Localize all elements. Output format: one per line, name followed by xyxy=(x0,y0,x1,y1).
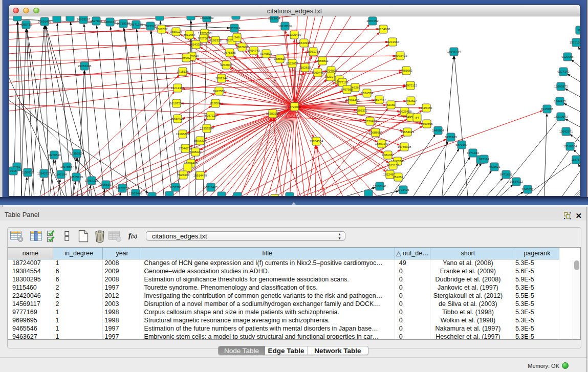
svg-text:16782759: 16782759 xyxy=(116,187,129,190)
svg-text:8912954: 8912954 xyxy=(183,33,195,36)
svg-text:10688609: 10688609 xyxy=(369,131,383,134)
svg-text:7357224: 7357224 xyxy=(228,27,241,30)
svg-text:10653267: 10653267 xyxy=(77,18,91,21)
svg-text:16210643: 16210643 xyxy=(554,115,568,118)
svg-text:111: 111 xyxy=(577,29,580,32)
svg-text:12975115: 12975115 xyxy=(404,84,418,87)
svg-text:8938923: 8938923 xyxy=(445,136,457,139)
svg-text:18300295: 18300295 xyxy=(266,112,280,115)
svg-text:7932621: 7932621 xyxy=(488,165,500,168)
svg-text:4055712: 4055712 xyxy=(20,23,32,26)
svg-text:20364436: 20364436 xyxy=(346,99,360,102)
svg-text:15720407: 15720407 xyxy=(363,120,377,123)
svg-text:9084067: 9084067 xyxy=(382,154,394,157)
svg-text:20206526: 20206526 xyxy=(48,154,61,157)
svg-text:8322037: 8322037 xyxy=(286,62,298,65)
svg-text:9115460: 9115460 xyxy=(421,106,433,110)
svg-text:29053346: 29053346 xyxy=(78,64,92,68)
svg-text:17046766: 17046766 xyxy=(179,147,192,150)
svg-text:9827503: 9827503 xyxy=(198,37,210,40)
svg-text:7386372: 7386372 xyxy=(355,109,367,112)
svg-text:17016504: 17016504 xyxy=(563,145,577,148)
svg-text:2087652: 2087652 xyxy=(366,19,379,23)
svg-text:12942757: 12942757 xyxy=(37,172,51,175)
svg-text:9245052: 9245052 xyxy=(521,188,534,191)
svg-text:16543382: 16543382 xyxy=(189,43,203,46)
svg-text:1733426: 1733426 xyxy=(397,188,409,191)
svg-text:10654112: 10654112 xyxy=(510,180,524,183)
svg-text:7625402: 7625402 xyxy=(177,173,189,177)
svg-text:15716485: 15716485 xyxy=(204,186,218,189)
svg-text:9675685: 9675685 xyxy=(224,51,236,54)
svg-text:16154808: 16154808 xyxy=(377,28,390,31)
svg-text:16914479: 16914479 xyxy=(193,174,207,177)
svg-text:6879197: 6879197 xyxy=(455,143,468,146)
svg-text:15136141: 15136141 xyxy=(373,185,387,188)
svg-text:10807467: 10807467 xyxy=(373,98,386,101)
svg-text:10973493: 10973493 xyxy=(394,54,407,57)
svg-text:2867608: 2867608 xyxy=(236,46,248,49)
svg-text:13325419: 13325419 xyxy=(288,33,301,36)
svg-text:12213967: 12213967 xyxy=(386,40,400,43)
svg-text:10719155: 10719155 xyxy=(117,22,130,25)
svg-text:1527602: 1527602 xyxy=(90,19,102,23)
svg-text:9146821: 9146821 xyxy=(260,52,272,55)
svg-text:19756928: 19756928 xyxy=(398,145,411,148)
svg-text:84: 84 xyxy=(416,116,419,119)
svg-text:18807249: 18807249 xyxy=(375,142,389,145)
svg-text:8427552: 8427552 xyxy=(213,90,225,93)
svg-text:8454749: 8454749 xyxy=(248,49,260,52)
svg-text:3915: 3915 xyxy=(10,169,17,172)
svg-text:18724007: 18724007 xyxy=(288,105,301,108)
svg-text:9474444: 9474444 xyxy=(467,151,479,155)
svg-text:5498222: 5498222 xyxy=(189,150,202,154)
svg-text:1156819: 1156819 xyxy=(22,171,34,174)
svg-text:1615152: 1615152 xyxy=(387,164,399,167)
svg-text:6966160: 6966160 xyxy=(104,20,116,24)
svg-text:16648784: 16648784 xyxy=(447,50,461,53)
svg-text:19654925: 19654925 xyxy=(171,117,185,120)
svg-text:17359924: 17359924 xyxy=(70,152,84,155)
svg-text:16671355: 16671355 xyxy=(129,23,143,26)
svg-text:16107554: 16107554 xyxy=(170,102,184,105)
svg-text:12093873: 12093873 xyxy=(554,85,568,88)
svg-text:15692971: 15692971 xyxy=(559,130,573,133)
svg-text:7955812: 7955812 xyxy=(316,59,329,62)
svg-text:11923446: 11923446 xyxy=(129,192,143,195)
svg-text:8267110: 8267110 xyxy=(205,114,217,117)
svg-text:9699695: 9699695 xyxy=(421,122,433,125)
svg-text:1440954: 1440954 xyxy=(432,129,444,132)
svg-text:546: 546 xyxy=(234,36,240,39)
svg-text:9329966: 9329966 xyxy=(561,55,574,58)
svg-text:98902: 98902 xyxy=(182,56,191,59)
svg-text:9657791: 9657791 xyxy=(169,186,182,189)
svg-text:9242848: 9242848 xyxy=(220,63,232,67)
svg-text:8878334: 8878334 xyxy=(194,139,206,142)
svg-text:9660124: 9660124 xyxy=(170,30,182,33)
svg-text:3624554: 3624554 xyxy=(361,92,373,95)
svg-text:19384554: 19384554 xyxy=(310,140,323,143)
svg-text:252254: 252254 xyxy=(393,176,404,179)
svg-text:7515526: 7515526 xyxy=(144,25,157,28)
svg-text:16961758: 16961758 xyxy=(307,50,320,53)
svg-text:116753: 116753 xyxy=(571,158,580,161)
svg-text:8186328: 8186328 xyxy=(209,39,222,42)
svg-text:19958107: 19958107 xyxy=(99,183,113,186)
svg-text:16033809: 16033809 xyxy=(200,16,214,19)
svg-text:9777169: 9777169 xyxy=(336,81,349,84)
svg-text:7663822: 7663822 xyxy=(156,28,168,31)
svg-text:12505135: 12505135 xyxy=(70,176,83,179)
svg-text:7485063: 7485063 xyxy=(400,69,412,72)
svg-text:9463627: 9463627 xyxy=(405,99,417,102)
svg-text:17957225: 17957225 xyxy=(85,179,99,182)
svg-text:6794028: 6794028 xyxy=(325,69,337,72)
svg-text:12353594: 12353594 xyxy=(200,127,214,130)
svg-text:8990448: 8990448 xyxy=(312,71,324,74)
svg-text:62160: 62160 xyxy=(387,103,396,106)
svg-text:6497568: 6497568 xyxy=(341,88,353,91)
svg-text:935114: 935114 xyxy=(479,158,489,161)
svg-text:8215958: 8215958 xyxy=(541,107,553,111)
svg-text:2718126: 2718126 xyxy=(177,70,189,73)
svg-text:817004: 817004 xyxy=(210,102,221,105)
svg-text:1588520: 1588520 xyxy=(274,57,286,60)
